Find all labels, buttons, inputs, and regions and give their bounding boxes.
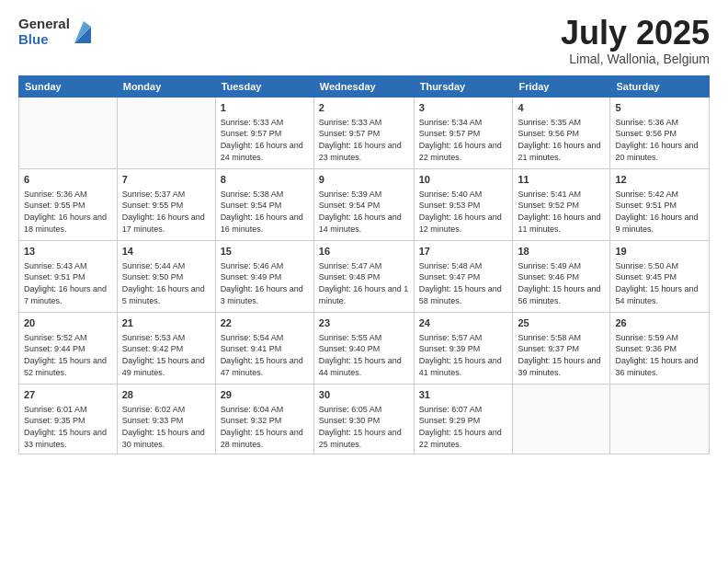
table-row: 18Sunrise: 5:49 AM Sunset: 9:46 PM Dayli…	[513, 241, 610, 313]
table-row: 17Sunrise: 5:48 AM Sunset: 9:47 PM Dayli…	[414, 241, 513, 313]
day-number: 9	[319, 173, 409, 187]
day-number: 20	[24, 316, 112, 330]
day-info: Sunrise: 5:33 AM Sunset: 9:57 PM Dayligh…	[319, 117, 409, 163]
day-info: Sunrise: 5:55 AM Sunset: 9:40 PM Dayligh…	[319, 332, 409, 378]
day-number: 25	[518, 316, 605, 330]
day-number: 4	[518, 101, 605, 115]
day-number: 10	[419, 173, 508, 187]
header-thursday: Thursday	[414, 76, 513, 98]
day-info: Sunrise: 5:44 AM Sunset: 9:50 PM Dayligh…	[122, 260, 210, 306]
day-info: Sunrise: 5:46 AM Sunset: 9:49 PM Dayligh…	[221, 260, 309, 306]
table-row: 27Sunrise: 6:01 AM Sunset: 9:35 PM Dayli…	[19, 385, 118, 454]
page: General Blue July 2025 Limal, Wallonia, …	[0, 0, 728, 563]
day-number: 17	[419, 245, 508, 259]
table-row: 4Sunrise: 5:35 AM Sunset: 9:56 PM Daylig…	[513, 98, 610, 169]
day-number: 8	[221, 173, 309, 187]
day-number: 19	[615, 245, 704, 259]
day-number: 31	[419, 388, 508, 402]
day-number: 15	[221, 245, 309, 259]
calendar-table: Sunday Monday Tuesday Wednesday Thursday…	[18, 75, 710, 454]
logo-general: General	[18, 17, 70, 32]
table-row: 28Sunrise: 6:02 AM Sunset: 9:33 PM Dayli…	[117, 385, 215, 454]
header-monday: Monday	[117, 76, 215, 98]
day-info: Sunrise: 6:02 AM Sunset: 9:33 PM Dayligh…	[122, 404, 210, 450]
table-row: 23Sunrise: 5:55 AM Sunset: 9:40 PM Dayli…	[313, 313, 414, 385]
day-info: Sunrise: 5:47 AM Sunset: 9:48 PM Dayligh…	[319, 260, 409, 306]
day-info: Sunrise: 5:40 AM Sunset: 9:53 PM Dayligh…	[419, 189, 508, 235]
day-info: Sunrise: 5:34 AM Sunset: 9:57 PM Dayligh…	[419, 117, 508, 163]
day-info: Sunrise: 5:38 AM Sunset: 9:54 PM Dayligh…	[221, 189, 309, 235]
day-number: 28	[122, 388, 210, 402]
calendar-header-row: Sunday Monday Tuesday Wednesday Thursday…	[19, 76, 710, 98]
day-info: Sunrise: 5:49 AM Sunset: 9:46 PM Dayligh…	[518, 260, 605, 306]
day-number: 13	[24, 245, 112, 259]
table-row	[610, 385, 710, 454]
day-number: 6	[24, 173, 112, 187]
day-number: 23	[319, 316, 409, 330]
day-info: Sunrise: 5:50 AM Sunset: 9:45 PM Dayligh…	[615, 260, 704, 306]
day-number: 11	[518, 173, 605, 187]
table-row	[117, 98, 215, 169]
table-row: 1Sunrise: 5:33 AM Sunset: 9:57 PM Daylig…	[215, 98, 313, 169]
day-info: Sunrise: 5:36 AM Sunset: 9:56 PM Dayligh…	[615, 117, 704, 163]
table-row: 15Sunrise: 5:46 AM Sunset: 9:49 PM Dayli…	[215, 241, 313, 313]
calendar-title: July 2025	[561, 17, 710, 50]
table-row: 5Sunrise: 5:36 AM Sunset: 9:56 PM Daylig…	[610, 98, 710, 169]
table-row: 14Sunrise: 5:44 AM Sunset: 9:50 PM Dayli…	[117, 241, 215, 313]
day-number: 18	[518, 245, 605, 259]
header-wednesday: Wednesday	[313, 76, 414, 98]
table-row: 16Sunrise: 5:47 AM Sunset: 9:48 PM Dayli…	[313, 241, 414, 313]
table-row: 2Sunrise: 5:33 AM Sunset: 9:57 PM Daylig…	[313, 98, 414, 169]
day-info: Sunrise: 5:58 AM Sunset: 9:37 PM Dayligh…	[518, 332, 605, 378]
header-saturday: Saturday	[610, 76, 710, 98]
day-info: Sunrise: 5:36 AM Sunset: 9:55 PM Dayligh…	[24, 189, 112, 235]
logo: General Blue	[18, 17, 91, 47]
table-row: 3Sunrise: 5:34 AM Sunset: 9:57 PM Daylig…	[414, 98, 513, 169]
day-number: 14	[122, 245, 210, 259]
header: General Blue July 2025 Limal, Wallonia, …	[18, 17, 710, 66]
day-number: 21	[122, 316, 210, 330]
table-row: 7Sunrise: 5:37 AM Sunset: 9:55 PM Daylig…	[117, 169, 215, 241]
table-row: 29Sunrise: 6:04 AM Sunset: 9:32 PM Dayli…	[215, 385, 313, 454]
day-info: Sunrise: 5:48 AM Sunset: 9:47 PM Dayligh…	[419, 260, 508, 306]
table-row: 26Sunrise: 5:59 AM Sunset: 9:36 PM Dayli…	[610, 313, 710, 385]
day-info: Sunrise: 5:33 AM Sunset: 9:57 PM Dayligh…	[221, 117, 309, 163]
day-number: 29	[221, 388, 309, 402]
table-row: 20Sunrise: 5:52 AM Sunset: 9:44 PM Dayli…	[19, 313, 118, 385]
day-info: Sunrise: 6:05 AM Sunset: 9:30 PM Dayligh…	[319, 404, 409, 450]
title-block: July 2025 Limal, Wallonia, Belgium	[561, 17, 710, 66]
day-number: 7	[122, 173, 210, 187]
day-info: Sunrise: 5:39 AM Sunset: 9:54 PM Dayligh…	[319, 189, 409, 235]
logo-text: General Blue	[18, 17, 70, 47]
table-row: 19Sunrise: 5:50 AM Sunset: 9:45 PM Dayli…	[610, 241, 710, 313]
day-number: 1	[221, 101, 309, 115]
day-info: Sunrise: 5:42 AM Sunset: 9:51 PM Dayligh…	[615, 189, 704, 235]
day-number: 3	[419, 101, 508, 115]
logo-icon	[73, 17, 91, 43]
day-info: Sunrise: 5:35 AM Sunset: 9:56 PM Dayligh…	[518, 117, 605, 163]
table-row: 22Sunrise: 5:54 AM Sunset: 9:41 PM Dayli…	[215, 313, 313, 385]
header-sunday: Sunday	[19, 76, 118, 98]
header-tuesday: Tuesday	[215, 76, 313, 98]
day-info: Sunrise: 5:54 AM Sunset: 9:41 PM Dayligh…	[221, 332, 309, 378]
day-info: Sunrise: 5:43 AM Sunset: 9:51 PM Dayligh…	[24, 260, 112, 306]
calendar-subtitle: Limal, Wallonia, Belgium	[561, 52, 710, 66]
table-row: 11Sunrise: 5:41 AM Sunset: 9:52 PM Dayli…	[513, 169, 610, 241]
table-row: 6Sunrise: 5:36 AM Sunset: 9:55 PM Daylig…	[19, 169, 118, 241]
day-info: Sunrise: 5:41 AM Sunset: 9:52 PM Dayligh…	[518, 189, 605, 235]
table-row: 12Sunrise: 5:42 AM Sunset: 9:51 PM Dayli…	[610, 169, 710, 241]
table-row: 30Sunrise: 6:05 AM Sunset: 9:30 PM Dayli…	[313, 385, 414, 454]
day-info: Sunrise: 5:57 AM Sunset: 9:39 PM Dayligh…	[419, 332, 508, 378]
table-row: 9Sunrise: 5:39 AM Sunset: 9:54 PM Daylig…	[313, 169, 414, 241]
day-number: 26	[615, 316, 704, 330]
logo-blue: Blue	[18, 32, 70, 48]
day-info: Sunrise: 5:53 AM Sunset: 9:42 PM Dayligh…	[122, 332, 210, 378]
day-number: 2	[319, 101, 409, 115]
table-row	[513, 385, 610, 454]
day-number: 30	[319, 388, 409, 402]
day-number: 5	[615, 101, 704, 115]
day-info: Sunrise: 5:52 AM Sunset: 9:44 PM Dayligh…	[24, 332, 112, 378]
table-row: 31Sunrise: 6:07 AM Sunset: 9:29 PM Dayli…	[414, 385, 513, 454]
day-info: Sunrise: 5:37 AM Sunset: 9:55 PM Dayligh…	[122, 189, 210, 235]
day-number: 16	[319, 245, 409, 259]
